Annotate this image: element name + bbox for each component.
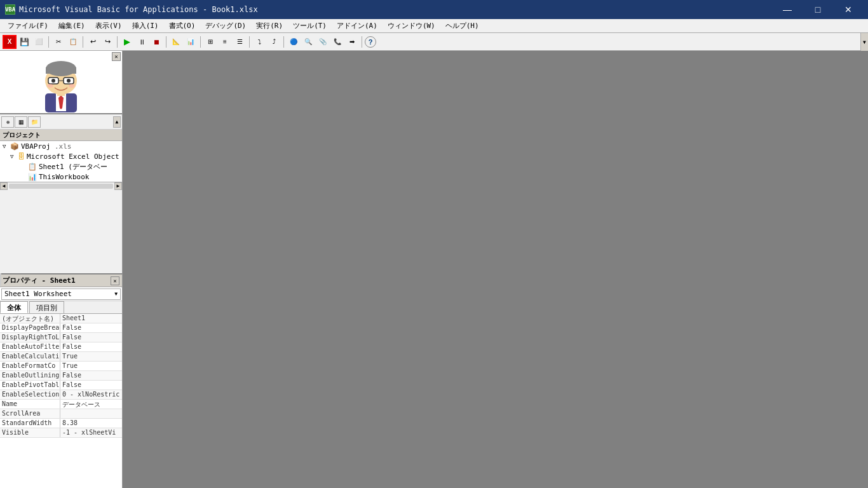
tree-workbook[interactable]: 📊 ThisWorkbook bbox=[0, 172, 122, 182]
project-title: プロジェクト bbox=[3, 131, 41, 140]
menu-format[interactable]: 書式(O) bbox=[164, 20, 201, 32]
prop-name-4: EnableCalculatio bbox=[0, 352, 60, 361]
minimize-button[interactable]: — bbox=[773, 0, 802, 19]
props-tab-all[interactable]: 全体 bbox=[0, 301, 28, 313]
prop-value-6: False bbox=[60, 371, 122, 380]
view-obj-btn[interactable]: ▦ bbox=[15, 116, 27, 128]
window-title: Microsoft Visual Basic for Applications … bbox=[19, 5, 773, 14]
view-code-btn[interactable]: ⎈ bbox=[1, 116, 14, 128]
title-bar: VBA Microsoft Visual Basic for Applicati… bbox=[0, 0, 868, 19]
prop-name-3: EnableAutoFilter bbox=[0, 342, 60, 351]
toolbar-extra-btn[interactable]: ➡ bbox=[345, 35, 359, 49]
toolbar-outdent-btn[interactable]: ⤴ bbox=[267, 35, 281, 49]
project-hscroll[interactable]: ◀ ▶ bbox=[0, 182, 122, 189]
prop-value-9: データベース bbox=[60, 400, 122, 409]
toolbar-sep7 bbox=[283, 36, 284, 48]
menu-window[interactable]: ウィンドウ(W) bbox=[383, 20, 440, 32]
prop-value-7: False bbox=[60, 381, 122, 390]
toolbar-design-btn[interactable]: 📐 bbox=[169, 35, 183, 49]
toolbar-copy[interactable]: 📋 bbox=[66, 35, 80, 49]
toolbar-scrollbar[interactable]: ▼ bbox=[860, 33, 868, 51]
toolbar-align-btn[interactable]: ≡ bbox=[218, 35, 232, 49]
menu-view[interactable]: 表示(V) bbox=[90, 20, 127, 32]
prop-name-8: EnableSelection bbox=[0, 390, 60, 399]
toolbar-sep4 bbox=[166, 36, 166, 48]
prop-row-1: DisplayPageBrea False bbox=[0, 323, 122, 333]
dropdown-value: Sheet1 Worksheet bbox=[4, 290, 72, 298]
toolbar-grid-btn[interactable]: ⊞ bbox=[203, 35, 217, 49]
toolbar-cut[interactable]: ✂ bbox=[51, 35, 65, 49]
toolbar-sep6 bbox=[249, 36, 250, 48]
toolbar-bp-btn[interactable]: 🔵 bbox=[287, 35, 301, 49]
prop-value-8: 0 - xlNoRestric bbox=[60, 390, 122, 399]
prop-value-3: False bbox=[60, 342, 122, 351]
menu-run[interactable]: 実行(R) bbox=[251, 20, 288, 32]
panel-resize-handle[interactable] bbox=[0, 273, 1, 286]
properties-header: プロパティ - Sheet1 ✕ bbox=[0, 274, 122, 287]
menu-tools[interactable]: ツール(T) bbox=[288, 20, 332, 32]
prop-name-7: EnablePivotTabl bbox=[0, 381, 60, 390]
sheet1-icon: 📋 bbox=[28, 163, 37, 171]
toolbar-align2-btn[interactable]: ☰ bbox=[233, 35, 247, 49]
prop-value-10 bbox=[60, 409, 122, 418]
close-button[interactable]: ✕ bbox=[834, 0, 863, 19]
avatar-image bbox=[23, 52, 99, 112]
tree-excel-objects[interactable]: ▽ 🗄 Microsoft Excel Object bbox=[0, 151, 122, 161]
properties-title: プロパティ - Sheet1 bbox=[3, 276, 76, 285]
toolbar-watch-btn[interactable]: 🔍 bbox=[301, 35, 315, 49]
panel-vscroll-top[interactable]: ▲ bbox=[113, 116, 121, 128]
properties-dropdown[interactable]: Sheet1 Worksheet ▼ bbox=[1, 288, 121, 300]
prop-value-5: True bbox=[60, 362, 122, 370]
props-tab-category[interactable]: 項目別 bbox=[29, 301, 64, 313]
prop-value-4: True bbox=[60, 352, 122, 361]
toggle-root: ▽ bbox=[3, 143, 10, 149]
menu-file[interactable]: ファイル(F) bbox=[3, 20, 53, 32]
tree-sheet1[interactable]: 📋 Sheet1 (データベー bbox=[0, 161, 122, 172]
toolbar-undo[interactable]: ↩ bbox=[86, 35, 100, 49]
toolbar-stop-btn[interactable]: ⏹ bbox=[149, 35, 163, 49]
prop-value-12: -1 - xlSheetVi bbox=[60, 428, 122, 437]
toolbar-redo[interactable]: ↪ bbox=[100, 35, 114, 49]
prop-name-2: DisplayRightToL bbox=[0, 333, 60, 342]
prop-name-6: EnableOutlining bbox=[0, 371, 60, 380]
menu-edit[interactable]: 編集(E) bbox=[53, 20, 90, 32]
toolbar-chart-btn[interactable]: 📊 bbox=[184, 35, 198, 49]
prop-name-12: Visible bbox=[0, 428, 60, 437]
toggle-excel: ▽ bbox=[10, 153, 18, 159]
toggle-folders-btn[interactable]: 📁 bbox=[28, 116, 41, 128]
hscroll-right[interactable]: ▶ bbox=[114, 182, 122, 190]
prop-name-10: ScrollArea bbox=[0, 409, 60, 418]
prop-row-10: ScrollArea bbox=[0, 409, 122, 419]
toolbar-sep8 bbox=[362, 36, 362, 48]
toolbar-ref-btn[interactable]: 📎 bbox=[316, 35, 330, 49]
prop-name-9: Name bbox=[0, 400, 60, 409]
toolbar-sep1 bbox=[48, 36, 49, 48]
prop-row-2: DisplayRightToL False bbox=[0, 333, 122, 342]
prop-value-0: Sheet1 bbox=[60, 314, 122, 323]
properties-table: (オブジェクト名) Sheet1 DisplayPageBrea False D… bbox=[0, 314, 122, 488]
hscroll-left[interactable]: ◀ bbox=[0, 182, 8, 190]
toolbar-indent-btn[interactable]: ⤵ bbox=[252, 35, 266, 49]
main-content-area bbox=[123, 51, 868, 488]
prop-row-11: StandardWidth 8.38 bbox=[0, 419, 122, 428]
excel-folder-icon: 🗄 bbox=[18, 152, 25, 161]
toolbar-call-btn[interactable]: 📞 bbox=[330, 35, 344, 49]
toolbar-excel-btn[interactable]: X bbox=[3, 35, 17, 49]
tree-workbook-label: ThisWorkbook bbox=[39, 173, 89, 181]
toolbar-pause-btn[interactable]: ⏸ bbox=[135, 35, 149, 49]
menu-debug[interactable]: デバッグ(D) bbox=[200, 20, 251, 32]
menu-help[interactable]: ヘルプ(H) bbox=[440, 20, 484, 32]
toolbar-save-btn[interactable]: 💾 bbox=[17, 35, 31, 49]
toolbar-btn2[interactable]: ⬜ bbox=[32, 35, 46, 49]
panel-toolbar: ⎈ ▦ 📁 ▲ bbox=[0, 114, 122, 130]
maximize-button[interactable]: □ bbox=[803, 0, 832, 19]
toolbar-run-btn[interactable]: ▶ bbox=[120, 35, 134, 49]
project-header: プロジェクト bbox=[0, 130, 122, 141]
menu-insert[interactable]: 挿入(I) bbox=[127, 20, 164, 32]
menu-addins[interactable]: アドイン(A) bbox=[332, 20, 383, 32]
tree-root[interactable]: ▽ 📦 VBAProj .xls bbox=[0, 141, 122, 151]
properties-close-btn[interactable]: ✕ bbox=[111, 276, 119, 285]
properties-dropdown-row: Sheet1 Worksheet ▼ bbox=[0, 287, 122, 301]
toolbar-help-btn[interactable]: ? bbox=[365, 36, 376, 48]
avatar-close-btn[interactable]: ✕ bbox=[112, 52, 121, 61]
